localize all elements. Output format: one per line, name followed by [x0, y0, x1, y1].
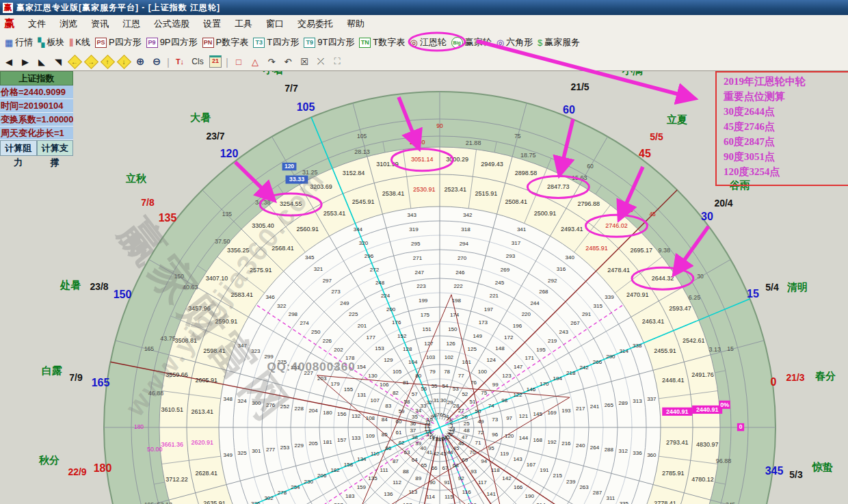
pan-left-button[interactable]: ←	[67, 55, 82, 68]
menu-item-资讯[interactable]: 资讯	[84, 18, 116, 30]
svg-text:326: 326	[251, 501, 261, 504]
svg-text:264: 264	[590, 445, 600, 451]
badge-icon: TN	[359, 38, 371, 48]
delete-tool-button[interactable]: ☒	[297, 55, 312, 68]
pan-right-button[interactable]: →	[83, 55, 98, 68]
svg-text:201: 201	[358, 323, 367, 329]
triangle-tool-button[interactable]: △	[248, 55, 263, 68]
svg-text:337: 337	[647, 396, 657, 402]
shrink-tool-button[interactable]: ⤫	[313, 55, 328, 68]
svg-text:2470.91: 2470.91	[626, 291, 649, 298]
annotation-line: 重要点位测算	[724, 89, 848, 104]
toolbar-button-江恩轮[interactable]: ◎江恩轮	[410, 36, 446, 49]
svg-text:7: 7	[436, 412, 440, 418]
toolbar-button-P四方形[interactable]: PSP四方形	[95, 36, 142, 49]
calendar-button[interactable]: 21	[208, 55, 223, 68]
svg-text:148: 148	[495, 345, 505, 352]
menu-item-设置[interactable]: 设置	[196, 18, 228, 30]
svg-text:240: 240	[576, 442, 585, 449]
svg-text:144: 144	[519, 435, 529, 441]
calc-resistance-button[interactable]: 计算阻力	[0, 140, 37, 156]
zoom-in-button[interactable]: ⊕	[133, 55, 148, 68]
rect-tool-button[interactable]: □	[231, 55, 246, 68]
svg-text:130: 130	[368, 373, 377, 379]
menu-item-工具[interactable]: 工具	[228, 18, 259, 30]
svg-text:55: 55	[432, 383, 438, 389]
svg-text:197: 197	[484, 306, 494, 313]
toolbar-button-六角形[interactable]: ◎六角形	[496, 36, 533, 49]
toolbar-button-P数字表[interactable]: PNP数字表	[202, 36, 249, 49]
rotate-cw-button[interactable]: ↷	[264, 55, 279, 68]
svg-text:341: 341	[517, 226, 527, 233]
toolbar-button-K线[interactable]: ⫼K线	[69, 36, 90, 49]
svg-text:47: 47	[462, 434, 468, 440]
t-down-button[interactable]: T↓	[172, 55, 187, 68]
down-pointer-button[interactable]: ◥	[51, 55, 66, 68]
svg-text:81: 81	[403, 380, 409, 386]
svg-text:156: 156	[337, 411, 347, 417]
menu-item-交易委托[interactable]: 交易委托	[291, 18, 340, 30]
next-arrow-button[interactable]: ▶	[18, 55, 33, 68]
toolbar-button-label: 9P四方形	[160, 36, 198, 49]
conversion-factor-value: 变换系数=1.00000	[0, 113, 73, 127]
svg-text:191: 191	[540, 467, 549, 473]
svg-text:74: 74	[488, 403, 494, 409]
toolbar-button-label: T数字表	[373, 36, 405, 49]
toolbar-button-9P四方形[interactable]: P99P四方形	[146, 36, 198, 49]
svg-text:335: 335	[620, 501, 629, 504]
svg-text:288: 288	[605, 447, 614, 453]
svg-text:84: 84	[382, 416, 388, 423]
svg-text:100: 100	[478, 369, 488, 375]
svg-text:118: 118	[491, 467, 500, 473]
toolbar-button-9T四方形[interactable]: T99T四方形	[304, 36, 354, 49]
cls-button[interactable]: Cls	[189, 55, 207, 68]
svg-text:2635.91: 2635.91	[203, 500, 226, 504]
solar-term-label: 清明	[786, 281, 808, 293]
separator: |	[224, 55, 230, 68]
svg-text:78: 78	[444, 369, 450, 375]
menu-item-公式选股[interactable]: 公式选股	[147, 18, 196, 30]
rotate-ccw-button[interactable]: ↶	[280, 55, 295, 68]
toolbar-button-T数字表[interactable]: TNT数字表	[359, 36, 405, 49]
pan-down-button[interactable]: ↓	[116, 55, 131, 68]
svg-text:65: 65	[421, 462, 427, 468]
pan-up-button[interactable]: ↑	[100, 55, 115, 68]
svg-text:2778.41: 2778.41	[654, 500, 676, 504]
svg-text:175: 175	[421, 312, 430, 318]
svg-text:218: 218	[566, 370, 576, 376]
svg-text:344: 344	[354, 226, 363, 233]
solar-term-label: 惊蛰	[812, 461, 833, 473]
badge-icon: T9	[304, 38, 315, 48]
title-bar: 赢 赢家江恩专业版[赢家服务平台] - [上证指数 江恩轮]	[0, 0, 848, 15]
menu-item-浏览[interactable]: 浏览	[53, 18, 84, 30]
toolbar-button-行情[interactable]: ▦行情	[5, 36, 33, 49]
menu-item-江恩[interactable]: 江恩	[116, 18, 147, 30]
svg-text:2785.91: 2785.91	[662, 470, 685, 477]
annotation-box: 2019年江恩轮中轮 重要点位测算 30度2644点 45度2746点 60度2…	[715, 71, 848, 186]
toolbar-button-赢家轮[interactable]: Big赢家轮	[451, 36, 492, 49]
svg-text:131: 131	[357, 392, 367, 398]
svg-text:51: 51	[470, 399, 476, 405]
menu-item-帮助[interactable]: 帮助	[340, 18, 371, 30]
svg-text:62: 62	[399, 440, 405, 446]
prev-arrow-button[interactable]: ◀	[1, 55, 16, 68]
screen-tool-button[interactable]: ⛶	[330, 55, 345, 68]
svg-text:36: 36	[410, 421, 416, 427]
svg-text:125: 125	[468, 346, 477, 352]
toolbar-button-板块[interactable]: ▚板块	[38, 36, 64, 49]
menu-item-文件[interactable]: 文件	[21, 18, 53, 30]
menu-item-窗口[interactable]: 窗口	[259, 18, 291, 30]
calc-support-button[interactable]: 计算支撑	[37, 140, 74, 156]
svg-text:2560.91: 2560.91	[296, 226, 319, 233]
svg-text:117: 117	[478, 479, 487, 486]
degree-label: 60	[563, 104, 575, 116]
menu-items: 文件浏览资讯江恩公式选股设置工具窗口交易委托帮助	[21, 18, 371, 30]
svg-text:219: 219	[548, 338, 557, 344]
zoom-out-button[interactable]: ⊖	[149, 55, 164, 68]
svg-text:26: 26	[462, 414, 468, 420]
up-pointer-button[interactable]: ◣	[34, 55, 49, 68]
svg-text:5: 5	[443, 412, 447, 419]
toolbar-button-赢家服务[interactable]: $赢家服务	[538, 36, 580, 49]
toolbar-button-T四方形[interactable]: T3T四方形	[253, 36, 299, 49]
degree-label: 0	[771, 376, 777, 388]
